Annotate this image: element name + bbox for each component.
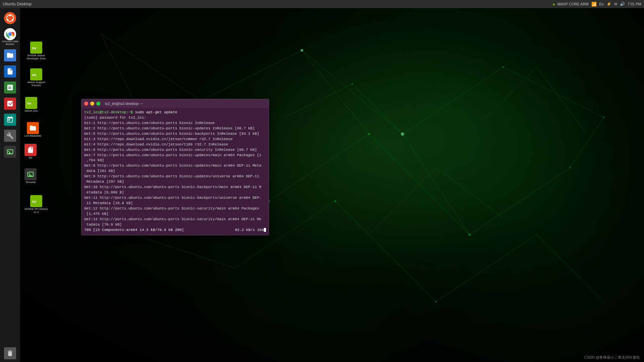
svg-point-33 (335, 200, 336, 202)
svg-text:nv: nv (32, 73, 37, 77)
svg-point-28 (502, 66, 504, 68)
jetson-dev-label: NVIDIA Jetson Developer Zone (24, 54, 48, 60)
terminal-line-3: Get:2 http://ports.ubuntu.com/ubuntu-por… (84, 126, 266, 131)
terminal-line-6: Hit:4 https://repo.download.nvidia.cn/je… (84, 142, 266, 147)
dock-item-files[interactable] (1, 48, 19, 63)
nvidia-support-icon: nv (30, 68, 42, 80)
svg-point-47 (8, 33, 11, 36)
terminal-line-12: Get:11 http://ports.ubuntu.com/ubuntu-po… (84, 195, 266, 206)
terminal-line-1: [sudo] password for tx2_lei: (84, 115, 266, 121)
bluetooth-icon[interactable]: ⚡ (606, 2, 611, 6)
svg-line-16 (537, 235, 604, 302)
svg-line-12 (402, 134, 470, 235)
svg-point-35 (352, 83, 353, 84)
terminal-line-0: tx2_lei@tx2-desktop:~$ sudo apt-get upda… (84, 110, 266, 115)
terminal-line-9: Get:8 http://ports.ubuntu.com/ubuntu-por… (84, 163, 266, 174)
desktop-icon-jetson-support[interactable]: nv Jetson Support Forums (23, 67, 49, 88)
dock-item-impress[interactable] (1, 96, 19, 111)
vpi-label: NVIDIA VPI Demos v1.2 (24, 208, 48, 214)
dock-item-terminal[interactable] (1, 144, 19, 159)
svg-line-1 (201, 50, 302, 101)
system-time: 7:01 PM (628, 2, 641, 6)
svg-line-4 (503, 67, 604, 117)
svg-point-32 (570, 167, 571, 168)
svg-point-38 (401, 132, 404, 136)
trash-item[interactable] (4, 347, 16, 359)
terminal-line-2: Hit:1 http://ports.ubuntu.com/ubuntu-por… (84, 121, 266, 126)
volume-icon[interactable]: 🔊 (620, 2, 625, 6)
dock-item-tools[interactable] (1, 128, 19, 143)
terminal-window: tx2_lei@tx2-desktop: ~ tx2_lei@tx2-deskt… (81, 99, 269, 235)
desktop-icon-vpi[interactable]: nv NVIDIA VPI Demos v1.2 (23, 194, 49, 215)
window-max-btn[interactable] (96, 102, 100, 106)
svg-point-36 (603, 117, 604, 118)
dock: Chromium Web Browser (0, 8, 20, 362)
terminal-dock-icon (4, 146, 16, 158)
desktop-icon-l4t[interactable]: L4T-README (23, 121, 43, 139)
svg-line-20 (436, 168, 503, 218)
terminal-label: Terminal (25, 181, 36, 184)
writer-icon (4, 65, 16, 77)
ubuntu-icon (4, 12, 16, 24)
mail-icon[interactable]: ✉ (614, 2, 617, 6)
terminal-line-4: Get:5 http://ports.ubuntu.com/ubuntu-por… (84, 131, 266, 137)
svg-point-30 (368, 133, 370, 135)
svg-line-24 (537, 67, 587, 134)
terminal-titlebar[interactable]: tx2_lei@tx2-desktop: ~ (82, 99, 269, 108)
terminal-line-11: Get:10 http://ports.ubuntu.com/ubuntu-po… (84, 185, 266, 195)
terminal-window-title: tx2_lei@tx2-desktop: ~ (105, 102, 143, 106)
progress-left: 78% [13 Components-arm64 14.3 kB/70.9 kB… (84, 228, 184, 233)
sd-label: SD (29, 157, 32, 160)
svg-line-17 (134, 235, 235, 268)
svg-line-7 (268, 134, 369, 201)
desktop-icon-terminal[interactable]: Terminal (23, 167, 38, 185)
svg-point-43 (12, 19, 13, 21)
terminal-line-13: Get:12 http://ports.ubuntu.com/ubuntu-po… (84, 206, 266, 217)
l4t-folder-icon (27, 122, 39, 134)
dock-item-writer[interactable] (1, 64, 19, 79)
taskbar-title: Ubuntu Desktop (3, 2, 32, 6)
svg-line-3 (402, 67, 503, 134)
svg-point-42 (7, 19, 8, 21)
impress-icon (4, 98, 16, 110)
terminal-line-8: Get:7 http://ports.ubuntu.com/ubuntu-por… (84, 153, 266, 164)
language-label[interactable]: En (599, 2, 604, 6)
window-min-btn[interactable] (90, 102, 94, 106)
svg-line-23 (486, 67, 537, 117)
taskbar-right: ■ MAXP CORE ARM 📶 En ⚡ ✉ 🔊 7:01 PM (553, 2, 641, 7)
svg-line-9 (470, 168, 570, 235)
wifi-icon[interactable]: 📶 (591, 2, 597, 7)
l4t-label: L4T-README (24, 135, 41, 138)
svg-text:nv: nv (32, 199, 37, 203)
maxp-label: MAXP CORE ARM (557, 2, 589, 6)
svg-point-31 (469, 234, 471, 236)
terminal-line-14: Get:13 http://ports.ubuntu.com/ubuntu-po… (84, 217, 266, 228)
svg-line-2 (302, 50, 402, 134)
dock-item-chromium[interactable]: Chromium Web Browser (1, 27, 19, 47)
window-close-btn[interactable] (84, 102, 88, 106)
jetson-zoo-label: Jetson Zoo (24, 110, 38, 113)
terminal-progress: 78% [13 Components-arm64 14.3 kB/70.9 kB… (84, 228, 266, 233)
calendar-icon (4, 114, 16, 126)
dock-item-calc[interactable] (1, 80, 19, 95)
desktop-icon-jetson-dev[interactable]: nv NVIDIA Jetson Developer Zone (23, 40, 49, 62)
svg-line-18 (570, 117, 604, 168)
dock-item-ubuntu[interactable] (1, 11, 19, 25)
trash-icon (4, 347, 16, 359)
terminal-body[interactable]: tx2_lei@tx2-desktop:~$ sudo apt-get upda… (82, 108, 269, 235)
dock-item-calendar[interactable] (1, 112, 19, 127)
jetson-support-label: Jetson Support Forums (24, 81, 48, 87)
chromium-icon (4, 28, 16, 40)
nvidia-vpi-icon: nv (30, 195, 42, 207)
files-icon (4, 49, 16, 61)
desktop-icon-sd[interactable]: SD (23, 142, 38, 161)
watermark: CSDN @鲁棒最小二乘支持向量机 (584, 355, 640, 360)
terminal-line-7: Get:6 http://ports.ubuntu.com/ubuntu-por… (84, 147, 266, 153)
nvidia-dev-icon: nv (30, 42, 42, 54)
desktop-icon-jetson-zoo[interactable]: nv Jetson Zoo (23, 96, 39, 114)
svg-text:nv: nv (27, 101, 32, 105)
progress-right: 82.2 kB/s 18s█ (235, 228, 266, 233)
sd-card-icon (24, 144, 37, 156)
svg-point-34 (435, 301, 437, 302)
nvidia-zoo-icon: nv (25, 97, 37, 109)
